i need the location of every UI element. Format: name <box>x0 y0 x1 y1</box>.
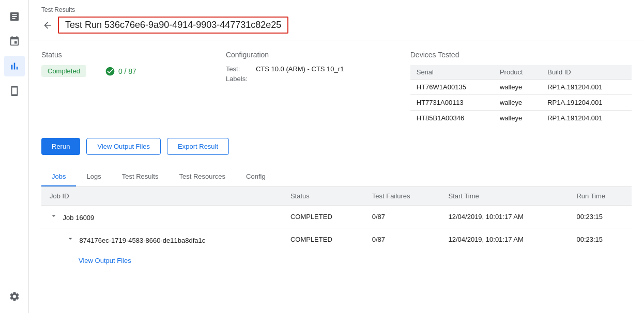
sidebar-item-test-plans[interactable] <box>4 6 25 27</box>
device-serial: HT7731A00113 <box>410 95 494 111</box>
title-row: Test Run 536c76e6-9a90-4914-9903-447731c… <box>41 17 632 34</box>
expand-icon[interactable] <box>66 234 74 243</box>
config-block: Configuration Test: CTS 10.0 (ARM) - CTS… <box>226 51 410 126</box>
table-row: Job 16009 COMPLETED 0/87 12/04/2019, 10:… <box>41 206 632 228</box>
devices-block: Devices Tested Serial Product Build ID H… <box>410 51 632 126</box>
job-failures-cell: 0/87 <box>364 206 440 228</box>
expand-icon[interactable] <box>50 212 58 220</box>
device-product: walleye <box>494 80 541 95</box>
device-serial: HT85B1A00346 <box>410 111 494 126</box>
header: Test Results Test Run 536c76e6-9a90-4914… <box>29 0 644 40</box>
job-status-cell: COMPLETED <box>282 206 364 228</box>
job-failures-cell: 0/87 <box>364 228 440 251</box>
info-section: Status Completed 0 / 87 Configuration Te… <box>41 51 632 126</box>
tab-logs[interactable]: Logs <box>76 167 111 186</box>
view-output-button[interactable]: View Output Files <box>86 138 161 155</box>
config-labels-label: Labels: <box>226 75 252 83</box>
sidebar-item-schedule[interactable] <box>4 31 25 52</box>
test-run-title: Test Run 536c76e6-9a90-4914-9903-447731c… <box>58 17 288 34</box>
col-status: Status <box>282 187 364 206</box>
table-row: 874176ec-1719-4583-8660-de11ba8dfa1c COM… <box>41 228 632 251</box>
sidebar-item-devices[interactable] <box>4 81 25 101</box>
device-build-id: RP1A.191204.001 <box>541 111 632 126</box>
job-start-time-cell: 12/04/2019, 10:01:17 AM <box>440 206 569 228</box>
job-id-cell: Job 16009 <box>41 206 282 228</box>
config-title: Configuration <box>226 51 410 59</box>
action-row: Rerun View Output Files Export Result <box>41 138 632 155</box>
job-run-time-cell: 00:23:15 <box>568 228 632 251</box>
device-row: HT76W1A00135 walleye RP1A.191204.001 <box>410 80 632 95</box>
col-job-id: Job ID <box>41 187 282 206</box>
view-output-link[interactable]: View Output Files <box>79 253 131 269</box>
config-test-label: Test: <box>226 65 252 73</box>
device-build-id: RP1A.191204.001 <box>541 95 632 111</box>
device-product: walleye <box>494 111 541 126</box>
rerun-button[interactable]: Rerun <box>41 138 80 155</box>
jobs-table: Job ID Status Test Failures Start Time R… <box>41 187 632 251</box>
devices-table: Serial Product Build ID HT76W1A00135 wal… <box>410 65 632 126</box>
sidebar <box>0 0 29 313</box>
devices-col-product: Product <box>494 65 541 80</box>
col-run-time: Run Time <box>568 187 632 206</box>
devices-col-serial: Serial <box>410 65 494 80</box>
device-product: walleye <box>494 95 541 111</box>
col-failures: Test Failures <box>364 187 440 206</box>
tab-test-results[interactable]: Test Results <box>112 167 169 186</box>
job-id-cell: 874176ec-1719-4583-8660-de11ba8dfa1c <box>41 228 282 251</box>
device-row: HT85B1A00346 walleye RP1A.191204.001 <box>410 111 632 126</box>
view-output-row: View Output Files <box>41 251 632 271</box>
devices-col-build: Build ID <box>541 65 632 80</box>
export-button[interactable]: Export Result <box>167 138 229 155</box>
breadcrumb: Test Results <box>41 6 632 13</box>
pass-count-value: 0 / 87 <box>118 67 136 75</box>
job-status-cell: COMPLETED <box>282 228 364 251</box>
main-content: Test Results Test Run 536c76e6-9a90-4914… <box>29 0 644 313</box>
config-labels-row: Labels: <box>226 75 410 83</box>
tab-test-resources[interactable]: Test Resources <box>168 167 236 186</box>
tab-config[interactable]: Config <box>236 167 276 186</box>
sidebar-item-results[interactable] <box>4 56 25 76</box>
device-build-id: RP1A.191204.001 <box>541 80 632 95</box>
status-title: Status <box>41 51 226 59</box>
col-start-time: Start Time <box>440 187 569 206</box>
pass-count: 0 / 87 <box>105 66 136 76</box>
back-button[interactable] <box>41 19 54 32</box>
status-block: Status Completed 0 / 87 <box>41 51 226 126</box>
tab-jobs[interactable]: Jobs <box>41 167 76 186</box>
devices-title: Devices Tested <box>410 51 632 59</box>
job-run-time-cell: 00:23:15 <box>568 206 632 228</box>
device-row: HT7731A00113 walleye RP1A.191204.001 <box>410 95 632 111</box>
sidebar-item-settings[interactable] <box>4 286 25 307</box>
device-serial: HT76W1A00135 <box>410 80 494 95</box>
tabs: JobsLogsTest ResultsTest ResourcesConfig <box>41 167 632 187</box>
status-badge: Completed <box>41 65 86 77</box>
content-area: Status Completed 0 / 87 Configuration Te… <box>29 40 644 313</box>
config-test-row: Test: CTS 10.0 (ARM) - CTS 10_r1 <box>226 65 410 73</box>
job-start-time-cell: 12/04/2019, 10:01:17 AM <box>440 228 569 251</box>
config-test-value: CTS 10.0 (ARM) - CTS 10_r1 <box>256 65 344 73</box>
